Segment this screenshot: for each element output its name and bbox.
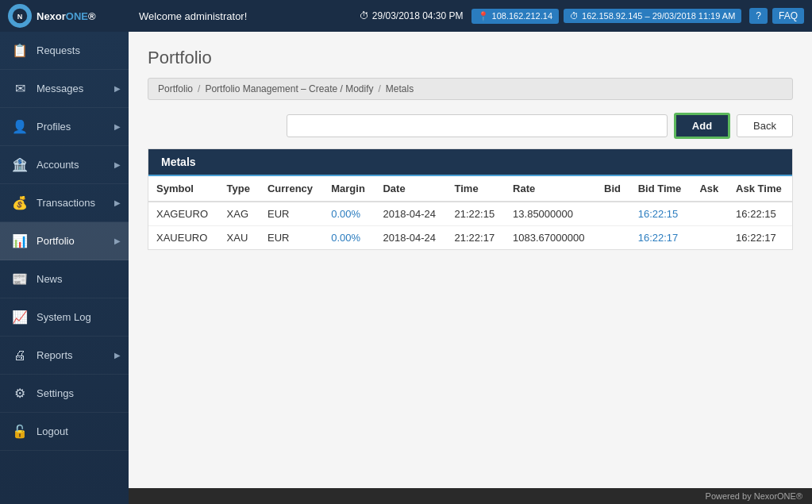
transactions-icon: 💰	[11, 194, 29, 212]
cell-bid	[596, 226, 630, 250]
col-margin: Margin	[323, 176, 375, 202]
col-bid-time: Bid Time	[630, 176, 692, 202]
cell-symbol: XAGEURO	[148, 202, 219, 226]
sidebar-item-messages[interactable]: ✉ Messages ▶	[0, 70, 129, 108]
cell-bid-time: 16:22:15	[630, 202, 692, 226]
cell-rate: 1083.67000000	[505, 226, 596, 250]
cell-time: 21:22:17	[447, 226, 506, 250]
session-badge: ⏱ 162.158.92.145 – 29/03/2018 11:19 AM	[564, 9, 741, 23]
col-date: Date	[375, 176, 446, 202]
cell-ask-time: 16:22:17	[728, 226, 792, 250]
sidebar-item-portfolio[interactable]: 📊 Portfolio ▶	[0, 222, 129, 260]
col-currency: Currency	[260, 176, 323, 202]
metals-table-header: Metals	[148, 149, 792, 176]
table-header-row: Symbol Type Currency Margin Date Time Ra…	[148, 176, 792, 202]
sidebar-item-requests[interactable]: 📋 Requests	[0, 32, 129, 70]
content-inner: Portfolio Portfolio / Portfolio Manageme…	[129, 32, 812, 488]
sidebar-item-settings[interactable]: ⚙ Settings	[0, 375, 129, 413]
sidebar-item-profiles[interactable]: 👤 Profiles ▶	[0, 108, 129, 146]
breadcrumb-create-modify[interactable]: Portfolio Management – Create / Modify	[205, 83, 373, 94]
news-icon: 📰	[11, 271, 29, 288]
sidebar-item-reports[interactable]: 🖨 Reports ▶	[0, 337, 129, 375]
logo: N NexorONE®	[8, 4, 131, 28]
chevron-right-icon: ▶	[114, 351, 121, 360]
table-row: XAGEURO XAG EUR 0.00% 2018-04-24 21:22:1…	[148, 202, 792, 226]
header-badges: 📍 108.162.212.14 ⏱ 162.158.92.145 – 29/0…	[471, 9, 742, 24]
chevron-right-icon: ▶	[114, 237, 121, 245]
cell-currency: EUR	[260, 226, 323, 250]
cell-ask	[691, 226, 728, 250]
logo-icon: N	[8, 4, 32, 28]
breadcrumb: Portfolio / Portfolio Management – Creat…	[148, 78, 793, 100]
page-title: Portfolio	[148, 48, 793, 68]
col-time: Time	[447, 176, 506, 202]
cell-bid-time: 16:22:17	[630, 226, 692, 250]
help-button[interactable]: ?	[749, 8, 768, 24]
requests-icon: 📋	[11, 42, 29, 60]
cell-type: XAG	[219, 202, 260, 226]
col-ask-time: Ask Time	[728, 176, 792, 202]
content-area: Portfolio Portfolio / Portfolio Manageme…	[129, 32, 812, 504]
chevron-right-icon: ▶	[114, 122, 121, 131]
add-button[interactable]: Add	[674, 113, 730, 139]
sidebar: 📋 Requests ✉ Messages ▶ 👤 Profiles ▶ 🏦 A…	[0, 32, 129, 504]
accounts-icon: 🏦	[11, 156, 29, 174]
cell-ask-time: 16:22:15	[728, 202, 792, 226]
search-input[interactable]	[287, 114, 668, 137]
faq-button[interactable]: FAQ	[772, 8, 804, 24]
col-type: Type	[219, 176, 260, 202]
sidebar-item-logout[interactable]: 🔓 Logout	[0, 413, 129, 451]
ip-badge: 📍 108.162.212.14	[471, 9, 559, 24]
app-header: N NexorONE® Welcome administrator! ⏱ 29/…	[0, 0, 812, 32]
chevron-right-icon: ▶	[114, 160, 121, 169]
cell-margin: 0.00%	[323, 202, 375, 226]
footer-text: Powered by NexorONE®	[706, 491, 802, 501]
reports-icon: 🖨	[11, 347, 29, 364]
cell-symbol: XAUEURO	[148, 226, 219, 250]
table-row: XAUEURO XAU EUR 0.00% 2018-04-24 21:22:1…	[148, 226, 792, 250]
breadcrumb-sep-2: /	[378, 83, 380, 94]
main-layout: 📋 Requests ✉ Messages ▶ 👤 Profiles ▶ 🏦 A…	[0, 32, 812, 504]
cell-bid	[596, 202, 630, 226]
cell-margin: 0.00%	[323, 226, 375, 250]
cell-rate: 13.85000000	[505, 202, 596, 226]
col-ask: Ask	[691, 176, 728, 202]
welcome-text: Welcome administrator!	[139, 10, 352, 22]
sidebar-item-news[interactable]: 📰 News	[0, 260, 129, 298]
header-action-icons: ? FAQ	[749, 8, 804, 24]
portfolio-icon: 📊	[11, 233, 29, 250]
col-symbol: Symbol	[148, 176, 219, 202]
back-button[interactable]: Back	[737, 114, 793, 137]
col-rate: Rate	[505, 176, 596, 202]
svg-text:N: N	[17, 13, 23, 21]
system-log-icon: 📈	[11, 309, 29, 326]
metals-table: Symbol Type Currency Margin Date Time Ra…	[148, 176, 792, 249]
header-datetime: ⏱ 29/03/2018 04:30 PM	[360, 10, 464, 21]
profiles-icon: 👤	[11, 118, 29, 136]
breadcrumb-portfolio[interactable]: Portfolio	[158, 83, 193, 94]
toolbar: Add Back	[148, 113, 793, 139]
sidebar-item-system-log[interactable]: 📈 System Log	[0, 298, 129, 337]
cell-time: 21:22:15	[447, 202, 506, 226]
logout-icon: 🔓	[11, 423, 29, 441]
cell-ask	[691, 202, 728, 226]
cell-date: 2018-04-24	[375, 202, 446, 226]
messages-icon: ✉	[11, 80, 29, 98]
cell-currency: EUR	[260, 202, 323, 226]
cell-date: 2018-04-24	[375, 226, 446, 250]
cell-type: XAU	[219, 226, 260, 250]
sidebar-item-transactions[interactable]: 💰 Transactions ▶	[0, 184, 129, 222]
metals-table-container: Metals Symbol Type Currency Margin Date …	[148, 148, 793, 250]
chevron-right-icon: ▶	[114, 198, 121, 207]
app-footer: Powered by NexorONE®	[129, 488, 812, 504]
sidebar-item-accounts[interactable]: 🏦 Accounts ▶	[0, 146, 129, 184]
chevron-right-icon: ▶	[114, 84, 121, 93]
breadcrumb-metals: Metals	[386, 83, 414, 94]
breadcrumb-sep-1: /	[198, 83, 200, 94]
settings-icon: ⚙	[11, 385, 29, 402]
col-bid: Bid	[596, 176, 630, 202]
